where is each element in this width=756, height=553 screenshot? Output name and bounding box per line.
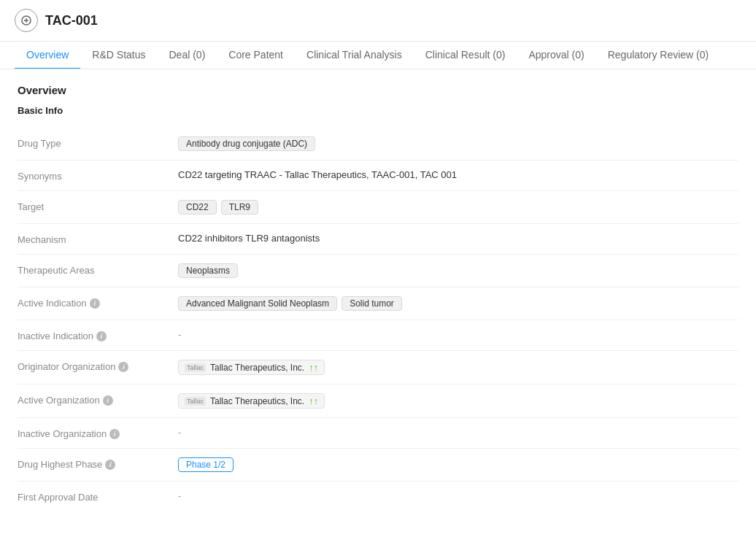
info-icon-active-org[interactable]: i	[103, 395, 113, 406]
value-inactive-org: -	[178, 427, 738, 438]
label-inactive-org: Inactive Organization i	[18, 427, 178, 439]
field-synonyms: Synonyms CD22 targeting TRAAC - Tallac T…	[18, 161, 738, 191]
value-active-indication: Advanced Malignant Solid Neoplasm Solid …	[178, 296, 738, 311]
drug-icon	[15, 9, 38, 32]
field-inactive-indication: Inactive Indication i -	[18, 320, 738, 351]
label-active-indication: Active Indication i	[18, 296, 178, 309]
value-drug-type: Antibody drug conjugate (ADC)	[178, 136, 738, 151]
value-target: CD22 TLR9	[178, 200, 738, 214]
label-therapeutic-areas: Therapeutic Areas	[18, 263, 178, 276]
field-drug-highest-phase: Drug Highest Phase i Phase 1/2	[18, 449, 738, 482]
label-drug-type: Drug Type	[18, 136, 178, 149]
value-active-org: Tallac Tallac Therapeutics, Inc. ↑↑	[178, 393, 738, 409]
phase-tag: Phase 1/2	[178, 457, 234, 472]
field-drug-type: Drug Type Antibody drug conjugate (ADC)	[18, 128, 738, 161]
org-logo-active: Tallac	[185, 397, 206, 406]
value-therapeutic-areas: Neoplasms	[178, 263, 738, 278]
value-inactive-indication: -	[178, 329, 738, 340]
tab-rd-status[interactable]: R&D Status	[80, 42, 157, 69]
org-logo-originator: Tallac	[185, 363, 206, 372]
originator-org-name: Tallac Therapeutics, Inc.	[210, 363, 304, 373]
active-org-tag: Tallac Tallac Therapeutics, Inc. ↑↑	[178, 393, 325, 409]
field-target: Target CD22 TLR9	[18, 191, 738, 224]
info-icon-drug-highest-phase[interactable]: i	[105, 460, 115, 470]
field-active-org: Active Organization i Tallac Tallac Ther…	[18, 384, 738, 418]
tab-regulatory-review[interactable]: Regulatory Review (0)	[596, 42, 721, 69]
page-header: TAC-001	[0, 0, 756, 42]
target-tag-tlr9: TLR9	[221, 200, 258, 214]
indication-tag-solid-neoplasm: Advanced Malignant Solid Neoplasm	[178, 296, 337, 311]
value-originator-org: Tallac Tallac Therapeutics, Inc. ↑↑	[178, 360, 738, 375]
section-title: Overview	[18, 84, 738, 96]
field-therapeutic-areas: Therapeutic Areas Neoplasms	[18, 255, 738, 287]
info-icon-originator-org[interactable]: i	[118, 362, 128, 372]
field-first-approval-date: First Approval Date -	[18, 482, 738, 511]
label-mechanism: Mechanism	[18, 233, 178, 245]
value-synonyms: CD22 targeting TRAAC - Tallac Therapeuti…	[178, 169, 738, 180]
tab-approval[interactable]: Approval (0)	[517, 42, 595, 69]
field-active-indication: Active Indication i Advanced Malignant S…	[18, 287, 738, 320]
therapeutic-tag-neoplasms: Neoplasms	[178, 263, 238, 278]
drug-type-tag: Antibody drug conjugate (ADC)	[178, 136, 315, 151]
info-icon-inactive-org[interactable]: i	[109, 429, 120, 439]
indication-tag-solid-tumor: Solid tumor	[342, 296, 402, 311]
target-tag-cd22: CD22	[178, 200, 217, 214]
subsection-title: Basic Info	[18, 105, 738, 116]
label-target: Target	[18, 200, 178, 212]
tab-overview[interactable]: Overview	[15, 42, 80, 69]
tab-deal[interactable]: Deal (0)	[158, 42, 217, 69]
info-icon-active-indication[interactable]: i	[90, 298, 100, 309]
page-title: TAC-001	[45, 13, 98, 28]
value-drug-highest-phase: Phase 1/2	[178, 457, 738, 472]
info-icon-inactive-indication[interactable]: i	[96, 331, 107, 341]
tab-core-patent[interactable]: Core Patent	[217, 42, 295, 69]
tab-bar: Overview R&D Status Deal (0) Core Patent…	[0, 42, 756, 69]
field-mechanism: Mechanism CD22 inhibitors TLR9 antagonis…	[18, 224, 738, 255]
value-first-approval-date: -	[178, 490, 738, 501]
tab-clinical-result[interactable]: Clinical Result (0)	[414, 42, 517, 69]
tab-clinical-trial[interactable]: Clinical Trial Analysis	[295, 42, 414, 69]
label-synonyms: Synonyms	[18, 169, 178, 182]
grow-icon-originator: ↑↑	[309, 362, 318, 373]
originator-org-tag: Tallac Tallac Therapeutics, Inc. ↑↑	[178, 360, 325, 375]
value-mechanism: CD22 inhibitors TLR9 antagonists	[178, 233, 738, 244]
field-originator-org: Originator Organization i Tallac Tallac …	[18, 351, 738, 384]
grow-icon-active: ↑↑	[309, 395, 318, 406]
field-inactive-org: Inactive Organization i -	[18, 418, 738, 449]
label-inactive-indication: Inactive Indication i	[18, 329, 178, 341]
label-first-approval-date: First Approval Date	[18, 490, 178, 503]
label-drug-highest-phase: Drug Highest Phase i	[18, 457, 178, 470]
label-active-org: Active Organization i	[18, 393, 178, 406]
main-content: Overview Basic Info Drug Type Antibody d…	[0, 69, 756, 526]
active-org-name: Tallac Therapeutics, Inc.	[210, 396, 304, 406]
label-originator-org: Originator Organization i	[18, 360, 178, 372]
